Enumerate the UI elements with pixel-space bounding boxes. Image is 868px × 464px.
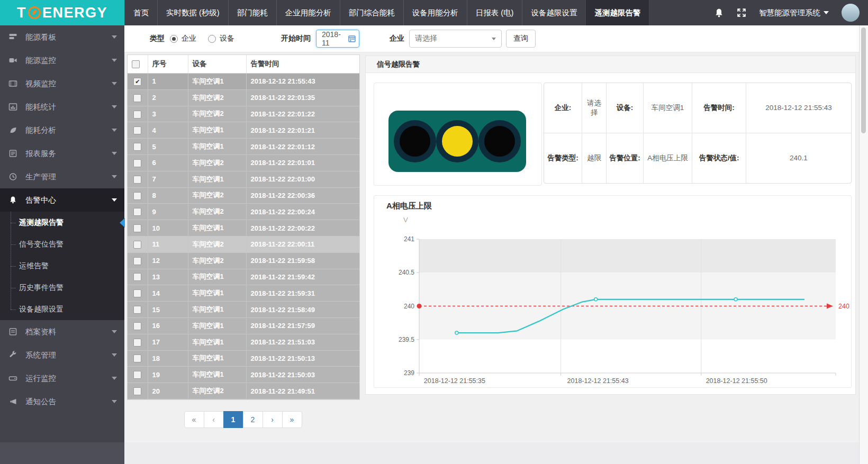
table-row[interactable]: 17车间空调12018-11-22 21:51:03 <box>128 334 359 350</box>
row-checkbox[interactable]: ✔ <box>133 78 141 86</box>
user-avatar[interactable] <box>842 4 860 22</box>
table-row[interactable]: 15车间空调12018-11-22 21:58:49 <box>128 302 359 318</box>
row-checkbox[interactable] <box>133 387 141 395</box>
nav-item[interactable]: 企业用能分析 <box>276 0 340 25</box>
row-checkbox[interactable] <box>133 354 141 362</box>
sidebar-group-能耗分析[interactable]: 能耗分析 <box>0 119 124 142</box>
nav-item[interactable]: 部门综合能耗 <box>340 0 403 25</box>
sidebar-item-信号变位告警[interactable]: 信号变位告警 <box>0 233 124 255</box>
row-checkbox[interactable] <box>133 159 141 167</box>
select-all-checkbox[interactable] <box>132 60 140 68</box>
table-row[interactable]: 18车间空调12018-11-22 21:50:13 <box>128 350 359 367</box>
table-row[interactable]: 19车间空调12018-11-22 21:50:03 <box>128 367 359 383</box>
calendar-icon[interactable] <box>348 35 356 42</box>
system-name-dropdown[interactable]: 智慧能源管理系统 <box>759 8 829 18</box>
table-row[interactable]: 5车间空调12018-11-22 22:01:12 <box>128 139 359 155</box>
row-checkbox[interactable] <box>133 371 141 379</box>
cell-no: 10 <box>148 220 188 236</box>
sidebar-group-生产管理[interactable]: 生产管理 <box>0 165 124 188</box>
sidebar-group-档案资料[interactable]: 档案资料 <box>0 320 124 343</box>
type-radio-device[interactable] <box>208 35 216 43</box>
row-checkbox[interactable] <box>133 126 141 134</box>
nav-item[interactable]: 设备用能分析 <box>403 0 467 25</box>
sidebar-item-设备越限设置[interactable]: 设备越限设置 <box>0 298 124 320</box>
row-checkbox[interactable] <box>133 241 141 249</box>
row-checkbox[interactable] <box>133 306 141 314</box>
pagination-button-»[interactable]: » <box>282 411 302 428</box>
row-checkbox[interactable] <box>133 339 141 347</box>
table-row[interactable]: 3车间空调22018-11-22 22:01:22 <box>128 106 359 122</box>
table-row[interactable]: 16车间空调12018-11-22 21:57:59 <box>128 317 359 334</box>
nav-item[interactable]: 部门能耗 <box>228 0 276 25</box>
type-radio-enterprise[interactable] <box>170 35 178 43</box>
nav-item[interactable]: 首页 <box>124 0 157 25</box>
type-radio-device-label[interactable]: 设备 <box>220 34 234 43</box>
traffic-lamp-right <box>478 120 521 162</box>
camera-icon <box>8 56 19 65</box>
row-checkbox[interactable] <box>133 94 141 102</box>
sidebar-group-视频监控[interactable]: 视频监控 <box>0 72 124 95</box>
cell-device: 车间空调1 <box>188 367 246 383</box>
table-row[interactable]: 9车间空调22018-11-22 22:00:24 <box>128 204 359 220</box>
row-checkbox[interactable] <box>133 111 141 119</box>
chevron-down-icon <box>112 353 117 357</box>
cell-no: 20 <box>148 383 188 399</box>
nav-item[interactable]: 遥测越限告警 <box>585 0 649 25</box>
info-value: 车间空调1 <box>644 83 692 133</box>
table-row[interactable]: ✔1车间空调12018-12-12 21:55:43 <box>128 74 359 90</box>
notification-bell-icon[interactable] <box>714 8 724 18</box>
row-checkbox[interactable] <box>133 176 141 184</box>
nav-item[interactable]: 日报表 (电) <box>467 0 522 25</box>
vertical-scrollbar[interactable] <box>859 25 868 464</box>
fullscreen-icon[interactable] <box>737 8 746 17</box>
sidebar-item-历史事件告警[interactable]: 历史事件告警 <box>0 277 124 298</box>
sidebar-group-能源监控[interactable]: 能源监控 <box>0 49 124 72</box>
start-time-input[interactable]: 2018-11 <box>316 30 359 48</box>
svg-text:240.5: 240.5 <box>399 269 414 276</box>
scrollbar-thumb[interactable] <box>861 28 866 133</box>
pagination: «‹12›» <box>127 411 359 428</box>
sidebar-group-通知公告[interactable]: 通知公告 <box>0 390 124 413</box>
pagination-button-‹[interactable]: ‹ <box>204 411 224 428</box>
chevron-down-icon <box>112 105 117 108</box>
sidebar-group-系统管理[interactable]: 系统管理 <box>0 343 124 367</box>
sidebar-item-遥测越限告警[interactable]: 遥测越限告警 <box>0 212 124 233</box>
pagination-button-«[interactable]: « <box>184 411 204 428</box>
table-row[interactable]: 7车间空调12018-11-22 22:01:00 <box>128 171 359 187</box>
table-row[interactable]: 6车间空调22018-11-22 22:01:01 <box>128 154 359 171</box>
table-row[interactable]: 11车间空调22018-11-22 22:00:11 <box>128 236 359 252</box>
pagination-button-1[interactable]: 1 <box>223 411 243 428</box>
pagination-button-›[interactable]: › <box>263 411 283 428</box>
row-checkbox[interactable] <box>133 273 141 281</box>
row-checkbox[interactable] <box>133 257 141 265</box>
row-checkbox[interactable] <box>133 224 141 232</box>
table-row[interactable]: 12车间空调22018-11-22 21:59:58 <box>128 252 359 269</box>
row-checkbox[interactable] <box>133 322 141 330</box>
nav-item[interactable]: 实时数据 (秒级) <box>157 0 228 25</box>
pagination-button-2[interactable]: 2 <box>243 411 263 428</box>
row-checkbox[interactable] <box>133 192 141 200</box>
table-row[interactable]: 20车间空调22018-11-22 21:49:51 <box>128 383 359 399</box>
cell-time: 2018-11-22 21:57:59 <box>246 317 359 334</box>
table-row[interactable]: 8车间空调22018-11-22 22:00:36 <box>128 187 359 204</box>
nav-item[interactable]: 设备越限设置 <box>522 0 585 25</box>
cell-no: 19 <box>148 367 188 383</box>
row-checkbox[interactable] <box>133 289 141 297</box>
enterprise-select[interactable]: 请选择 <box>409 30 502 48</box>
table-row[interactable]: 2车间空调22018-11-22 22:01:35 <box>128 89 359 106</box>
row-checkbox[interactable] <box>133 208 141 216</box>
sidebar-item-运维告警[interactable]: 运维告警 <box>0 255 124 277</box>
type-radio-enterprise-label[interactable]: 企业 <box>182 34 196 43</box>
table-row[interactable]: 4车间空调12018-11-22 22:01:21 <box>128 122 359 139</box>
table-row[interactable]: 10车间空调12018-11-22 22:00:22 <box>128 220 359 236</box>
sidebar-group-运行监控[interactable]: 运行监控 <box>0 367 124 390</box>
sidebar-group-能源看板[interactable]: 能源看板 <box>0 25 124 49</box>
sidebar-group-能耗统计[interactable]: 能耗统计 <box>0 95 124 119</box>
table-row[interactable]: 14车间空调12018-11-22 21:59:31 <box>128 285 359 302</box>
cell-device: 车间空调1 <box>188 74 246 90</box>
sidebar-group-报表服务[interactable]: 报表服务 <box>0 142 124 165</box>
table-row[interactable]: 13车间空调12018-11-22 21:59:42 <box>128 269 359 285</box>
search-button[interactable]: 查询 <box>506 30 536 48</box>
sidebar-group-告警中心[interactable]: 告警中心 <box>0 188 124 212</box>
row-checkbox[interactable] <box>133 143 141 151</box>
